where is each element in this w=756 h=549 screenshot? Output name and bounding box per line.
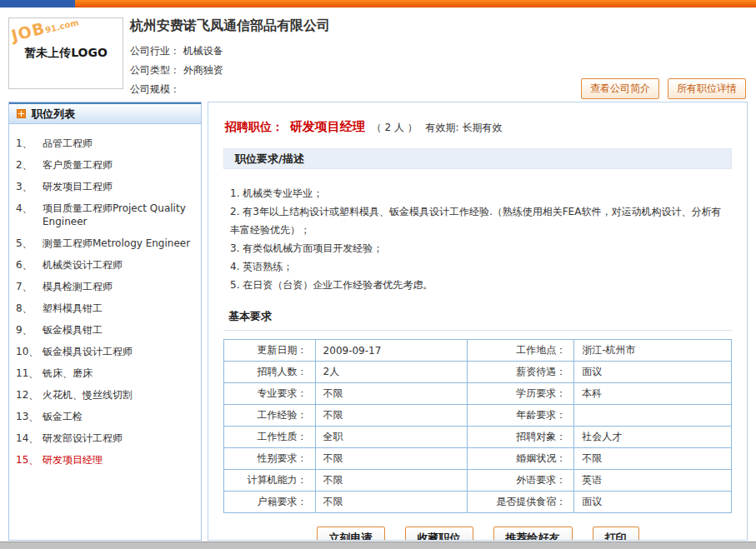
watermark-text-small: 91.com (44, 17, 79, 35)
company-name: 杭州安费诺飞凤通信部品有限公司 (130, 17, 756, 35)
company-scale-label: 公司规模： (130, 83, 180, 95)
job-item-label: 模具检测工程师 (43, 280, 194, 293)
job-list-title: 职位列表 (32, 107, 75, 122)
sidebar-item-job-3[interactable]: 3、 研发项目工程师 (14, 176, 196, 197)
sidebar-item-job-13[interactable]: 13、 钣金工检 (14, 406, 196, 427)
job-item-label: 品管工程师 (43, 137, 194, 150)
job-item-number: 5、 (16, 237, 43, 250)
job-item-label: 机械类设计工程师 (43, 258, 194, 272)
job-item-number: 6、 (16, 258, 43, 272)
req-label: 工作经验： (224, 405, 316, 427)
watermark-logo: JOB91.com (10, 17, 80, 44)
top-strip-blue-segment (0, 0, 75, 7)
job-item-label: 测量工程师Metrology Engineer (43, 237, 194, 250)
table-row: 工作性质： 全职 招聘对象： 社会人才 (224, 427, 732, 448)
sidebar-item-job-15-active[interactable]: 15、 研发项目经理 (14, 449, 196, 471)
sidebar-item-job-7[interactable]: 7、 模具检测工程师 (14, 276, 196, 297)
req-label: 年龄要求： (468, 405, 574, 427)
req-label: 性别要求： (224, 448, 316, 470)
req-label: 工作性质： (224, 427, 316, 448)
job-item-label: 钣金工检 (43, 410, 194, 423)
job-item-number: 3、 (16, 180, 43, 193)
job-description: 1. 机械类专业毕业； 2. 有3年以上结构设计或塑料模具、钣金模具设计工作经验… (223, 181, 732, 306)
req-value: 全职 (315, 427, 468, 448)
job-detail-panel: 招聘职位： 研发项目经理 （ 2 人 ） 有效期: 长期有效 职位要求/描述 1… (208, 102, 748, 541)
job-item-label: 研发项目经理 (43, 453, 194, 467)
sidebar-item-job-8[interactable]: 8、 塑料模具钳工 (14, 297, 196, 319)
description-line: 5. 在日资（台资）企业工作经验者优先考虑。 (230, 276, 727, 294)
job-item-number: 15、 (16, 453, 43, 467)
sidebar-item-job-6[interactable]: 6、 机械类设计工程师 (14, 254, 196, 276)
favorite-job-button[interactable]: 收藏职位 (405, 527, 473, 541)
sidebar-item-job-1[interactable]: 1、 品管工程师 (14, 132, 196, 154)
sidebar-item-job-4[interactable]: 4、 项目质量工程师Project Quality Engineer (14, 197, 196, 232)
job-item-number: 12、 (16, 388, 43, 402)
grid-icon (17, 109, 26, 118)
req-label: 是否提供食宿： (468, 492, 574, 513)
req-label: 更新日期： (224, 340, 316, 362)
view-company-intro-button[interactable]: 查看公司简介 (581, 78, 659, 99)
sidebar-item-job-10[interactable]: 10、 钣金模具设计工程师 (14, 341, 196, 362)
req-value: 不限 (315, 383, 468, 405)
req-value: 2人 (315, 362, 468, 383)
header-buttons: 查看公司简介 所有职位详情 (581, 78, 746, 99)
req-value: 不限 (315, 492, 468, 513)
sidebar-item-job-14[interactable]: 14、 研发部设计工程师 (14, 427, 196, 449)
job-item-number: 2、 (16, 158, 43, 172)
table-row: 招聘人数： 2人 薪资待遇： 面议 (224, 362, 732, 383)
job-list: 1、 品管工程师 2、 客户质量工程师 3、 研发项目工程师 4、 项目质量工程… (9, 124, 201, 471)
req-value: 不限 (315, 448, 468, 470)
table-row: 更新日期： 2009-09-17 工作地点： 浙江-杭州市 (224, 340, 732, 362)
req-value: 面议 (574, 492, 732, 513)
req-label: 专业要求： (224, 383, 316, 405)
action-buttons: 立刻申请 收藏职位 推荐给好友 打印 (223, 527, 732, 541)
job-item-number: 1、 (16, 137, 43, 150)
sidebar-item-job-5[interactable]: 5、 测量工程师Metrology Engineer (14, 232, 196, 254)
req-value: 不限 (315, 470, 468, 492)
job-item-number: 11、 (16, 367, 43, 380)
print-button[interactable]: 打印 (593, 527, 639, 541)
req-value (574, 405, 732, 427)
job-item-label: 塑料模具钳工 (43, 302, 194, 315)
bottom-gray-strip (0, 542, 756, 549)
sidebar-item-job-9[interactable]: 9、 钣金模具钳工 (14, 319, 196, 341)
job-item-number: 7、 (16, 280, 43, 293)
req-label: 外语要求： (468, 470, 574, 492)
job-item-label: 研发项目工程师 (43, 180, 194, 193)
job-title-line: 招聘职位： 研发项目经理 （ 2 人 ） 有效期: 长期有效 (225, 119, 732, 135)
company-header: JOB91.com 暂未上传LOGO 杭州安费诺飞凤通信部品有限公司 公司行业：… (0, 7, 756, 101)
req-label: 招聘人数： (224, 362, 316, 383)
sidebar-item-job-11[interactable]: 11、 铣床、磨床 (14, 362, 196, 384)
req-label: 工作地点： (468, 340, 574, 362)
job-item-number: 9、 (16, 323, 43, 337)
job-item-number: 8、 (16, 302, 43, 315)
job-label: 招聘职位： (225, 120, 283, 133)
req-label: 计算机能力： (224, 470, 316, 492)
recommend-to-friend-button[interactable]: 推荐给好友 (493, 527, 573, 541)
req-label: 招聘对象： (468, 427, 574, 448)
req-value: 不限 (315, 405, 468, 427)
req-label: 薪资待遇： (468, 362, 574, 383)
table-row: 性别要求： 不限 婚姻状况： 不限 (224, 448, 732, 470)
req-value: 不限 (574, 448, 732, 470)
sidebar-item-job-12[interactable]: 12、 火花机、慢丝线切割 (14, 384, 196, 406)
company-industry-value: 机械设备 (183, 45, 223, 57)
job-item-number: 14、 (16, 432, 43, 445)
company-industry-row: 公司行业： 机械设备 (130, 42, 756, 61)
company-type-label: 公司类型： (130, 64, 180, 76)
job-item-label: 钣金模具设计工程师 (43, 345, 194, 358)
job-title: 研发项目经理 (290, 119, 365, 134)
apply-now-button[interactable]: 立刻申请 (317, 527, 385, 541)
job-item-label: 钣金模具钳工 (43, 323, 194, 337)
job-item-number: 13、 (16, 410, 43, 423)
watermark-text-big: JOB (9, 18, 47, 44)
all-jobs-detail-button[interactable]: 所有职位详情 (668, 78, 746, 99)
req-label: 学历要求： (468, 383, 574, 405)
basic-requirements-header: 基本要求 (223, 306, 732, 331)
description-line: 1. 机械类专业毕业； (230, 184, 727, 202)
req-value: 浙江-杭州市 (574, 340, 732, 362)
sidebar-item-job-2[interactable]: 2、 客户质量工程师 (14, 154, 196, 176)
req-value: 2009-09-17 (315, 340, 468, 362)
job-item-number: 4、 (16, 202, 43, 228)
job-count: （ 2 人 ） (372, 122, 418, 133)
